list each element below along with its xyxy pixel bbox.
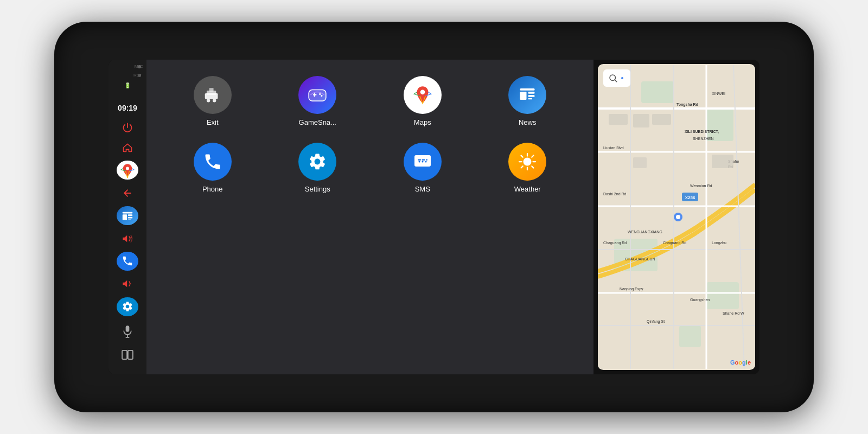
- svg-rect-31: [418, 159, 421, 161]
- mic-button[interactable]: [119, 324, 136, 339]
- svg-point-35: [422, 161, 423, 163]
- svg-text:Liuxian Blvd: Liuxian Blvd: [603, 146, 624, 150]
- svg-point-24: [420, 90, 425, 94]
- svg-rect-86: [609, 114, 628, 125]
- svg-rect-1: [123, 212, 132, 213]
- phone-app[interactable]: Phone: [163, 137, 263, 199]
- sms-label: SMS: [415, 185, 430, 193]
- sidebar-phone-icon[interactable]: [117, 252, 138, 271]
- svg-text:XINWEI: XINWEI: [712, 92, 725, 95]
- svg-rect-5: [128, 219, 131, 220]
- google-watermark: Google: [730, 359, 751, 366]
- gamesnap-icon: [298, 76, 336, 114]
- svg-rect-17: [209, 88, 213, 91]
- phone-icon: [194, 143, 232, 181]
- svg-rect-27: [528, 92, 535, 94]
- svg-rect-29: [528, 98, 533, 99]
- maps-icon: [404, 76, 442, 114]
- svg-rect-26: [520, 92, 527, 100]
- svg-text:Chaguang Rd: Chaguang Rd: [663, 241, 686, 245]
- svg-text:Nanping Expy: Nanping Expy: [620, 287, 643, 291]
- sms-icon: [404, 143, 442, 181]
- svg-point-0: [126, 167, 129, 170]
- news-label: News: [519, 118, 537, 126]
- sidebar-settings-icon[interactable]: [117, 297, 138, 317]
- exit-icon: [194, 76, 232, 114]
- svg-text:XILI SUBDISTRICT,: XILI SUBDISTRICT,: [685, 130, 719, 134]
- svg-rect-8: [126, 326, 130, 333]
- svg-rect-3: [128, 214, 132, 216]
- svg-point-34: [418, 161, 420, 163]
- back-button[interactable]: [119, 185, 136, 200]
- exit-app[interactable]: Exit: [163, 71, 263, 132]
- gamesnap-label: GameSna...: [299, 118, 336, 126]
- svg-rect-21: [314, 93, 315, 97]
- time-display: 09:19: [118, 104, 137, 112]
- news-app[interactable]: News: [478, 71, 578, 132]
- svg-text:Dashi 2nd Rd: Dashi 2nd Rd: [603, 192, 627, 196]
- map-panel: X256 Tongsha Rd XINWEI Liuxian Blvd XILI…: [598, 64, 755, 370]
- svg-point-22: [319, 93, 321, 95]
- battery-icon: 🔋: [124, 82, 131, 88]
- split-screen-button[interactable]: [119, 347, 136, 362]
- svg-rect-49: [641, 81, 674, 103]
- gamesnap-app[interactable]: GameSna...: [268, 71, 368, 132]
- svg-rect-25: [520, 88, 535, 91]
- app-drawer: Exit Game: [146, 60, 593, 374]
- settings-app[interactable]: Settings: [268, 137, 368, 199]
- maps-app[interactable]: Maps: [373, 71, 473, 132]
- svg-rect-87: [633, 114, 649, 127]
- svg-text:Chaguang Rd: Chaguang Rd: [603, 241, 627, 245]
- svg-text:SHENZHEN: SHENZHEN: [693, 137, 714, 141]
- svg-point-67: [676, 215, 680, 219]
- svg-point-37: [524, 158, 532, 166]
- svg-text:Guangshen: Guangshen: [690, 298, 710, 302]
- svg-rect-4: [128, 216, 132, 218]
- home-button[interactable]: [119, 139, 136, 155]
- app-grid: Exit Game: [163, 71, 577, 199]
- settings-label: Settings: [305, 185, 330, 193]
- svg-rect-90: [633, 157, 647, 168]
- sidebar-maps-icon[interactable]: [117, 161, 138, 180]
- sms-app[interactable]: SMS: [373, 137, 473, 199]
- svg-point-15: [213, 99, 216, 102]
- svg-rect-89: [712, 155, 733, 168]
- left-sidebar: MIC RST 🔋 09:19: [108, 60, 146, 374]
- svg-point-23: [321, 95, 323, 97]
- svg-rect-52: [706, 282, 739, 309]
- maps-label: Maps: [414, 118, 431, 126]
- sidebar-news-icon[interactable]: [117, 206, 138, 226]
- svg-rect-32: [422, 159, 425, 161]
- volume-down-button[interactable]: -: [119, 276, 136, 291]
- svg-text:-: -: [130, 281, 131, 285]
- svg-rect-2: [123, 214, 127, 220]
- weather-app[interactable]: Weather: [478, 137, 578, 199]
- svg-rect-33: [426, 159, 427, 161]
- head-unit: MIC RST 🔋 09:19: [54, 22, 814, 412]
- mic-label: MIC: [135, 64, 143, 69]
- power-button[interactable]: [119, 120, 136, 135]
- svg-line-44: [532, 156, 534, 157]
- screen: MIC RST 🔋 09:19: [108, 60, 760, 374]
- svg-rect-11: [122, 350, 127, 359]
- svg-rect-53: [679, 326, 701, 347]
- svg-point-47: [621, 77, 623, 79]
- settings-icon: [298, 143, 336, 181]
- svg-text:WENGUANGXIANG: WENGUANGXIANG: [628, 230, 662, 234]
- svg-text:Tongsha Rd: Tongsha Rd: [676, 103, 698, 107]
- exit-label: Exit: [207, 118, 219, 126]
- svg-text:X256: X256: [685, 195, 695, 200]
- phone-label: Phone: [202, 185, 223, 193]
- svg-text:Qinfang St: Qinfang St: [647, 320, 665, 324]
- map-search-button[interactable]: [603, 69, 630, 87]
- svg-point-14: [207, 99, 210, 102]
- svg-text:CHAGUANGCUN: CHAGUANGCUN: [625, 257, 655, 261]
- rst-label: RST: [133, 73, 142, 78]
- volume-up-button[interactable]: +: [119, 231, 136, 246]
- svg-line-43: [532, 166, 534, 168]
- svg-rect-28: [528, 95, 535, 97]
- svg-line-42: [521, 156, 523, 157]
- weather-icon: [508, 143, 546, 181]
- news-icon: [508, 76, 546, 114]
- svg-point-36: [425, 161, 426, 163]
